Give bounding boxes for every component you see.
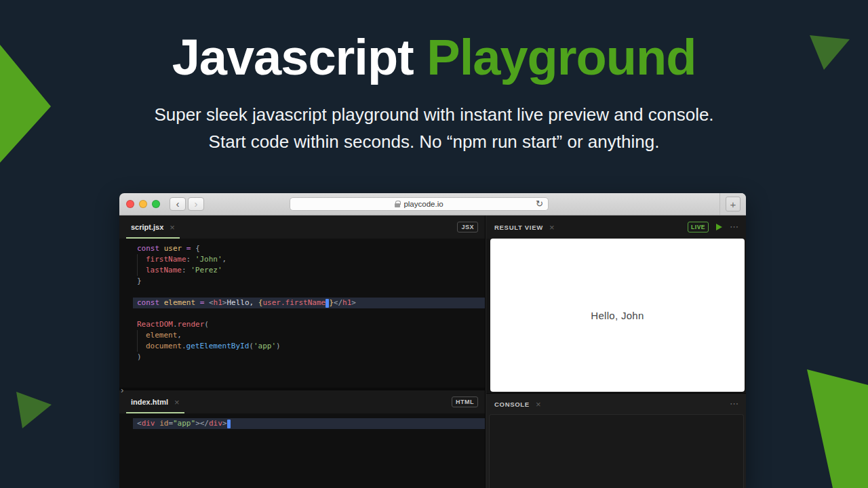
code-token — [137, 254, 146, 265]
back-button[interactable]: ‹ — [170, 197, 186, 211]
editors-pane: script.jsx × JSX const user = {firstName… — [119, 216, 486, 488]
page-title: Javascript Playground — [0, 28, 868, 86]
jsx-editor-panel: script.jsx × JSX const user = {firstName… — [119, 216, 485, 390]
refresh-icon[interactable]: ↻ — [536, 199, 543, 209]
jsx-code-editor[interactable]: const user = {firstName: 'John',lastName… — [119, 239, 485, 388]
code-token: </ — [334, 298, 342, 307]
code-line[interactable]: ) — [133, 352, 485, 363]
code-token: const — [137, 298, 164, 307]
code-token: < — [137, 419, 142, 428]
minimize-window-button[interactable] — [139, 200, 147, 208]
code-token: { — [195, 244, 200, 253]
code-token: </ — [200, 419, 209, 428]
jsx-language-badge: JSX — [457, 222, 478, 232]
plus-icon: + — [730, 199, 736, 210]
decor-triangle-bottom-right — [807, 369, 868, 488]
console-header: CONSOLE × ⋯ — [486, 394, 746, 414]
code-token: ReactDOM — [137, 320, 173, 329]
code-token: = — [182, 244, 195, 253]
code-token: } — [137, 277, 142, 285]
app-content: script.jsx × JSX const user = {firstName… — [119, 216, 746, 488]
code-line[interactable]: document.getElementById('app') — [133, 341, 485, 352]
code-line[interactable]: <div id="app"></div> — [133, 418, 485, 429]
code-line[interactable]: lastName: 'Perez' — [133, 265, 485, 276]
code-line[interactable]: ReactDOM.render( — [133, 319, 485, 330]
close-icon[interactable]: × — [170, 223, 175, 232]
back-icon: ‹ — [176, 199, 180, 209]
code-token: id — [159, 419, 168, 428]
code-token: render — [178, 320, 205, 329]
code-token: user — [164, 244, 182, 253]
tab-script-jsx[interactable]: script.jsx × — [126, 216, 180, 239]
live-badge: LIVE — [688, 222, 709, 232]
code-token: } — [329, 298, 334, 307]
browser-toolbar: ‹ › playcode.io ↻ + — [119, 193, 746, 216]
close-window-button[interactable] — [126, 200, 134, 208]
code-token: < — [209, 298, 214, 307]
code-token: 'John' — [195, 255, 222, 264]
code-token: > — [351, 298, 356, 307]
page-title-green: Playground — [427, 29, 696, 85]
code-token: div — [209, 419, 222, 428]
page-subtitle: Super sleek javascript playground with i… — [0, 101, 868, 155]
decor-triangle-bottom-left — [16, 392, 52, 428]
live-preview: Hello, John — [490, 239, 745, 392]
code-line[interactable]: const user = { — [133, 243, 485, 254]
url-text: playcode.io — [403, 200, 443, 208]
tab-index-html[interactable]: index.html × — [126, 390, 184, 413]
code-token: div — [142, 419, 155, 428]
code-token: getElementById — [186, 342, 250, 350]
close-icon[interactable]: × — [549, 223, 555, 232]
forward-button[interactable]: › — [188, 197, 204, 211]
console-output[interactable] — [489, 414, 744, 488]
code-token: element — [146, 331, 177, 340]
code-line[interactable] — [133, 308, 485, 319]
code-token: h1 — [214, 298, 222, 307]
lock-icon — [395, 203, 400, 207]
code-token: user.firstName — [262, 298, 326, 307]
result-view-panel: RESULT VIEW × LIVE ⋯ Hello, John — [486, 216, 746, 393]
tab-script-jsx-label: script.jsx — [131, 223, 163, 231]
code-token: Hello, — [226, 298, 258, 307]
code-line[interactable]: const element = <h1>Hello, {user.firstNa… — [133, 298, 485, 308]
code-token: ( — [249, 342, 254, 350]
close-icon[interactable]: × — [174, 398, 180, 407]
code-token — [137, 265, 146, 276]
close-icon[interactable]: × — [536, 400, 541, 409]
jsx-tabbar: script.jsx × JSX — [119, 216, 485, 239]
subtitle-line-2: Start code within seconds. No “npm run s… — [0, 128, 868, 155]
code-token: . — [182, 342, 186, 350]
html-editor-panel: index.html × HTML <div id="app"></div> — [119, 390, 485, 488]
code-line[interactable] — [133, 287, 485, 298]
chevron-right-icon[interactable]: › — [121, 385, 123, 395]
code-line[interactable]: firstName: 'John', — [133, 254, 485, 265]
preview-output-text: Hello, John — [591, 310, 644, 321]
browser-window: ‹ › playcode.io ↻ + script.jsx × — [119, 193, 746, 488]
code-token: : — [182, 266, 191, 274]
result-view-content: Hello, John — [486, 239, 746, 393]
code-token: ) — [137, 352, 142, 361]
code-token: ) — [276, 342, 281, 350]
code-token: lastName — [146, 266, 182, 274]
html-code-editor[interactable]: <div id="app"></div> — [119, 413, 485, 488]
result-view-actions: LIVE ⋯ — [688, 222, 738, 232]
address-bar[interactable]: playcode.io ↻ — [290, 197, 549, 211]
code-token: 'Perez' — [191, 266, 222, 274]
window-controls — [126, 200, 160, 208]
hero: Javascript Playground Super sleek javasc… — [0, 28, 868, 155]
code-line[interactable]: element, — [133, 330, 485, 341]
code-token: 'app' — [254, 342, 276, 350]
code-token: > — [195, 419, 200, 428]
page: Javascript Playground Super sleek javasc… — [0, 0, 868, 488]
run-icon[interactable] — [716, 224, 722, 230]
zoom-window-button[interactable] — [152, 200, 160, 208]
new-tab-button[interactable]: + — [726, 197, 741, 211]
code-token: ( — [204, 320, 209, 329]
code-token — [137, 330, 146, 341]
code-line[interactable]: } — [133, 276, 485, 287]
console-title: CONSOLE — [494, 401, 530, 408]
code-token: . — [173, 320, 178, 329]
code-token: = — [168, 419, 173, 428]
code-token: const — [137, 244, 164, 253]
code-token — [137, 341, 146, 352]
